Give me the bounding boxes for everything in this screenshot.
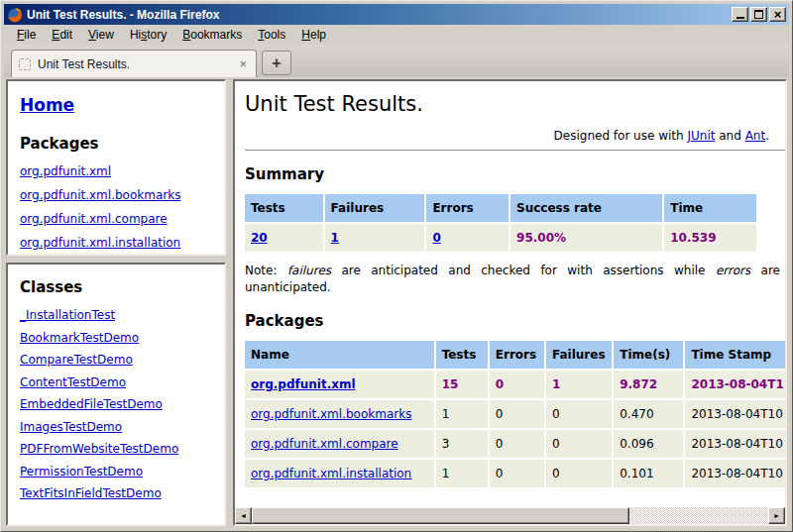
summary-tests-link[interactable]: 20: [251, 231, 268, 245]
menu-edit[interactable]: Edit: [44, 26, 80, 44]
note-text: Note: failures are anticipated and check…: [245, 263, 780, 297]
sidebar-class-link[interactable]: CompareTestDemo: [20, 353, 212, 367]
horizontal-rule: [245, 150, 785, 151]
package-failures: 1: [546, 371, 612, 398]
horizontal-scrollbar[interactable]: ◄ ►: [235, 507, 785, 524]
packages-frame: Home Packages org.pdfunit.xml org.pdfuni…: [6, 79, 226, 256]
classes-frame: Classes _InstallationTest BookmarkTestDe…: [6, 263, 226, 526]
sidebar-class-link[interactable]: PDFFromWebsiteTestDemo: [20, 442, 212, 456]
sidebar-class-link[interactable]: PermissionTestDemo: [20, 465, 212, 479]
package-time: 9.872: [614, 371, 683, 398]
menu-help[interactable]: Help: [293, 26, 334, 44]
tab-label: Unit Test Results.: [38, 57, 230, 71]
maximize-button[interactable]: [750, 7, 767, 22]
package-link[interactable]: org.pdfunit.xml.bookmarks: [251, 407, 411, 421]
note-segment: are anticipated and checked for with ass…: [331, 264, 716, 277]
package-timestamp: 2013-08-04T10: [685, 460, 785, 487]
package-timestamp: 2013-08-04T10: [685, 430, 785, 458]
ant-link[interactable]: Ant: [745, 129, 766, 143]
frame-divider-horizontal[interactable]: [6, 256, 226, 263]
package-errors: 0: [490, 371, 544, 398]
scrollbar-thumb[interactable]: [252, 507, 629, 524]
home-link[interactable]: Home: [20, 95, 74, 115]
summary-col-tests: Tests: [245, 194, 323, 222]
sidebar-column: Home Packages org.pdfunit.xml org.pdfuni…: [6, 79, 226, 526]
package-errors: 0: [490, 460, 544, 487]
summary-success-rate: 95.00%: [510, 224, 662, 252]
summary-col-errors: Errors: [426, 194, 509, 222]
menu-bookmarks[interactable]: Bookmarks: [174, 26, 250, 44]
tab-close-icon[interactable]: ×: [237, 58, 249, 70]
sidebar-package-link-installation[interactable]: org.pdfunit.xml.installation: [20, 236, 212, 250]
junit-link[interactable]: JUnit: [687, 129, 715, 143]
new-tab-button[interactable]: +: [262, 51, 291, 75]
packages-col-tests: Tests: [436, 341, 488, 369]
package-row: org.pdfunit.xml.compare 3 0 0 0.096 2013…: [245, 430, 785, 458]
tagline-text: and: [715, 129, 744, 143]
tab-bar: Unit Test Results. × +: [4, 45, 789, 77]
summary-row: 20 1 0 95.00% 10.539: [245, 224, 756, 252]
sidebar-package-link-compare[interactable]: org.pdfunit.xml.compare: [20, 212, 212, 226]
titlebar[interactable]: Unit Test Results. - Mozilla Firefox ×: [4, 4, 789, 25]
package-time: 0.470: [614, 400, 683, 428]
package-row: org.pdfunit.xml.bookmarks 1 0 0 0.470 20…: [245, 400, 785, 428]
package-errors: 0: [490, 400, 544, 428]
package-errors: 0: [490, 430, 544, 458]
tagline: Designed for use with JUnit and Ant.: [245, 129, 785, 143]
frameset: Home Packages org.pdfunit.xml org.pdfuni…: [4, 77, 789, 528]
report-content: Unit Test Results. Designed for use with…: [235, 81, 785, 507]
frame-divider-vertical[interactable]: [226, 79, 233, 526]
menu-history[interactable]: History: [122, 26, 174, 44]
minimize-button[interactable]: [732, 7, 748, 22]
minimize-icon: [736, 17, 744, 19]
package-tests: 1: [436, 460, 488, 487]
packages-section-heading: Packages: [245, 312, 785, 330]
package-link[interactable]: org.pdfunit.xml.installation: [251, 467, 411, 480]
sidebar-package-link-bookmarks[interactable]: org.pdfunit.xml.bookmarks: [20, 188, 212, 202]
summary-errors-link[interactable]: 0: [432, 231, 440, 245]
firefox-window: Unit Test Results. - Mozilla Firefox × F…: [0, 0, 793, 532]
sidebar-class-link[interactable]: EmbeddedFileTestDemo: [20, 397, 212, 411]
maximize-icon: [754, 10, 763, 19]
package-row: org.pdfunit.xml.installation 1 0 0 0.101…: [245, 460, 785, 487]
package-link[interactable]: org.pdfunit.xml: [251, 377, 356, 391]
menu-file[interactable]: File: [9, 26, 44, 44]
scrollbar-track[interactable]: [252, 507, 768, 524]
scroll-right-icon: ►: [773, 512, 780, 519]
tab-unit-test-results[interactable]: Unit Test Results. ×: [11, 50, 257, 77]
packages-col-timestamp: Time Stamp: [685, 341, 785, 369]
window-controls: ×: [732, 7, 786, 22]
sidebar-package-link-xml[interactable]: org.pdfunit.xml: [20, 164, 212, 178]
package-tests: 15: [436, 371, 488, 398]
note-errors-word: errors: [716, 264, 750, 277]
firefox-icon: [7, 7, 23, 23]
summary-failures-link[interactable]: 1: [331, 231, 339, 245]
menu-tools[interactable]: Tools: [250, 26, 293, 44]
summary-col-failures: Failures: [325, 194, 425, 222]
summary-col-success-rate: Success rate: [510, 194, 662, 222]
scroll-right-button[interactable]: ►: [768, 507, 785, 524]
close-icon: ×: [774, 9, 782, 20]
packages-table: Name Tests Errors Failures Time(s) Time …: [243, 339, 785, 489]
page-title: Unit Test Results.: [245, 91, 785, 117]
sidebar-class-link[interactable]: ContentTestDemo: [20, 375, 212, 389]
sidebar-class-link[interactable]: _InstallationTest: [20, 308, 212, 322]
package-tests: 3: [436, 430, 488, 458]
packages-col-name: Name: [245, 341, 434, 369]
sidebar-class-link[interactable]: TextFitsInFieldTestDemo: [20, 486, 212, 500]
sidebar-class-link[interactable]: ImagesTestDemo: [20, 420, 212, 434]
favicon-placeholder-icon: [19, 58, 31, 70]
close-button[interactable]: ×: [769, 7, 786, 22]
packages-col-failures: Failures: [546, 341, 612, 369]
menu-view[interactable]: View: [80, 26, 122, 44]
scroll-left-icon: ◄: [240, 512, 247, 519]
summary-table: Tests Failures Errors Success rate Time …: [243, 192, 758, 254]
main-frame: Unit Test Results. Designed for use with…: [233, 79, 787, 526]
package-failures: 0: [546, 430, 612, 458]
package-failures: 0: [546, 400, 612, 428]
sidebar-class-link[interactable]: BookmarkTestDemo: [20, 331, 212, 345]
package-timestamp: 2013-08-04T10: [685, 400, 785, 428]
package-link[interactable]: org.pdfunit.xml.compare: [251, 437, 398, 451]
scroll-left-button[interactable]: ◄: [235, 507, 252, 524]
packages-col-time: Time(s): [614, 341, 683, 369]
